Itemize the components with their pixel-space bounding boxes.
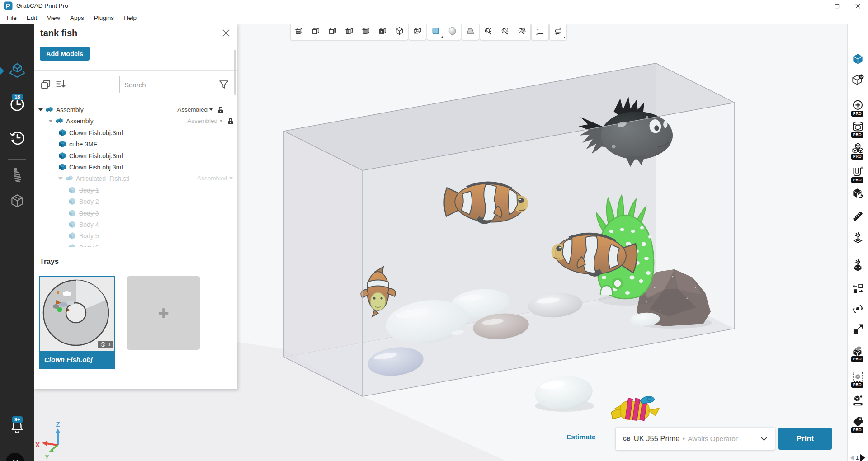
tool-rotate-model[interactable] (848, 301, 868, 318)
tree-row[interactable]: AssemblyAssembled (34, 115, 237, 127)
model-rock[interactable] (635, 269, 712, 329)
menu-help[interactable]: Help (119, 12, 142, 24)
rail-ai-assistant[interactable]: AI (6, 453, 24, 461)
lock-icon[interactable] (227, 118, 234, 125)
tree-row[interactable]: Body 43 (34, 219, 237, 230)
zoom-selection-button[interactable] (497, 24, 514, 40)
tree-row[interactable]: Articulated_Fish.stlAssembled (34, 173, 237, 184)
rail-project-view[interactable] (0, 61, 34, 82)
search-input[interactable] (119, 76, 212, 93)
rail-history-view[interactable] (0, 128, 34, 149)
tree-row[interactable]: cube.3MF45 (34, 138, 237, 150)
tool-support-settings[interactable] (848, 230, 868, 247)
model-voronoi-coral[interactable] (596, 195, 654, 306)
menu-view[interactable]: View (42, 12, 65, 24)
view-perspective-button[interactable] (409, 24, 426, 40)
tray-card-selected[interactable]: 3 Clown Fish.obj (39, 276, 115, 369)
caret-down-icon[interactable] (58, 177, 63, 180)
tree-row[interactable]: Clown Fish.obj.3mf20 (34, 127, 237, 138)
tree-row[interactable]: Body 58 (34, 230, 237, 241)
view-isometric-button[interactable] (391, 24, 408, 40)
rail-slicer-view[interactable] (0, 165, 34, 186)
display-smooth-shaded-button[interactable] (444, 24, 461, 40)
menu-plugins[interactable]: Plugins (89, 12, 119, 24)
zoom-fit-model-button[interactable] (480, 24, 497, 40)
pager-next-icon[interactable] (860, 454, 865, 461)
panel-close-button[interactable] (221, 28, 231, 38)
print-button[interactable]: Print (778, 428, 832, 450)
display-tray-button[interactable] (462, 24, 479, 40)
add-models-button[interactable]: Add Models (40, 47, 90, 61)
model-black-fish[interactable] (579, 97, 673, 167)
caret-down-icon[interactable] (209, 108, 213, 111)
pro-badge: PRO (851, 356, 863, 362)
assembly-status[interactable]: Assembled (197, 175, 227, 182)
tool-new-tray[interactable]: PRO (848, 165, 868, 181)
rail-schedule-view[interactable]: 18 (0, 95, 34, 116)
tool-cut-model[interactable]: PRO (848, 343, 868, 360)
estimate-link[interactable]: Estimate (566, 433, 596, 441)
caret-down-icon[interactable] (219, 120, 223, 122)
rail-package-view[interactable] (0, 192, 34, 212)
tool-analysis-mode[interactable] (848, 72, 868, 89)
model-clown-fish-upper[interactable] (443, 179, 529, 226)
tree-row[interactable]: Clown Fish.obj.3mf21 (34, 161, 237, 173)
model-pebble-outside[interactable] (533, 374, 594, 412)
tool-pack-models[interactable]: PRO (848, 369, 868, 386)
minimize-button[interactable] (806, 0, 826, 12)
caret-down-icon[interactable] (48, 120, 53, 122)
tool-hollow-model[interactable]: PRO (848, 119, 868, 136)
menu-edit[interactable]: Edit (22, 12, 42, 24)
model-pebbles[interactable] (366, 286, 660, 379)
tool-arrange-models[interactable] (848, 281, 868, 297)
tool-add-feature[interactable]: PRO (848, 98, 868, 114)
tool-measure-tool[interactable] (848, 209, 868, 225)
view-box-bottom-button[interactable] (374, 24, 391, 40)
tool-tray-settings[interactable] (848, 258, 868, 274)
display-flat-shaded-button[interactable] (427, 24, 444, 40)
view-box-front-button[interactable] (291, 24, 307, 40)
view-box-back-button[interactable] (307, 24, 324, 40)
lock-icon[interactable] (217, 106, 224, 113)
menu-apps[interactable]: Apps (65, 12, 89, 24)
tank-model[interactable] (284, 63, 735, 396)
tree-row[interactable]: Body 66 (34, 242, 237, 247)
tool-models-view[interactable] (848, 52, 868, 68)
tool-label-model[interactable]: PRO (848, 414, 868, 431)
tool-place-on-tray[interactable] (848, 393, 868, 409)
tree-row[interactable]: AssemblyAssembled (34, 104, 237, 115)
caret-down-icon[interactable] (38, 108, 43, 111)
orientation-axes-button[interactable] (532, 24, 548, 40)
tool-scale-model[interactable] (848, 322, 868, 338)
assembly-status[interactable]: Assembled (187, 118, 217, 124)
model-clown-fish-lower[interactable] (550, 230, 638, 278)
view-box-top-button[interactable] (358, 24, 374, 40)
model-clown-fish-small[interactable] (361, 267, 396, 317)
tree-row[interactable]: Clown Fish.obj.3mf17 (34, 150, 237, 161)
close-button[interactable] (847, 0, 868, 12)
maximize-button[interactable] (826, 0, 847, 12)
pager-previous-icon[interactable] (850, 455, 854, 461)
tree-row[interactable]: Body 35 (34, 207, 237, 219)
tree-row[interactable]: Body 21 (34, 196, 237, 207)
toolbar-group (480, 24, 530, 40)
model-tree: AssemblyAssembled AssemblyAssembled Clow… (34, 104, 237, 247)
rail-notifications[interactable]: 9+ (0, 418, 34, 438)
caret-down-icon[interactable] (229, 177, 233, 179)
assembly-status[interactable]: Assembled (177, 106, 208, 113)
tree-row[interactable]: Body 19 (34, 184, 237, 196)
tray-transfer-button[interactable] (550, 24, 566, 40)
tree-scrollbar[interactable] (234, 50, 236, 95)
tool-duplicate-models[interactable]: PRO (848, 141, 868, 157)
menu-file[interactable]: File (2, 12, 22, 24)
duplicate-icon[interactable] (40, 79, 51, 90)
tool-model-settings[interactable] (848, 186, 868, 202)
model-toy-fish[interactable] (611, 396, 659, 422)
add-tray-button[interactable]: + (127, 276, 200, 350)
zoom-fit-tray-button[interactable] (514, 24, 530, 40)
filter-icon[interactable] (218, 79, 229, 90)
printer-select[interactable]: GB UK J55 Prime • Awaits Operator (616, 428, 775, 450)
view-box-left-button[interactable] (324, 24, 341, 40)
view-box-right-button[interactable] (341, 24, 358, 40)
sort-icon[interactable] (56, 79, 66, 90)
